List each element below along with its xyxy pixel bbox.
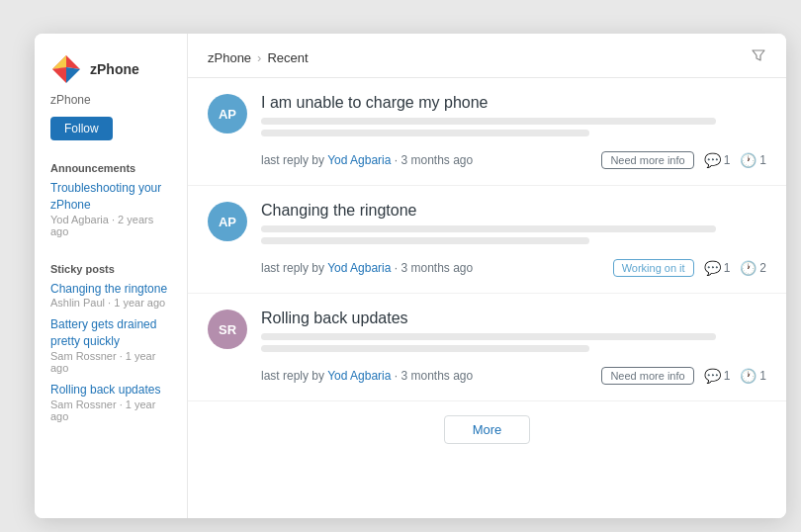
comment-icon-0: 💬 <box>704 152 721 168</box>
sidebar-sub-name: zPhone <box>50 93 171 107</box>
posts-list: AP I am unable to charge my phone last r… <box>188 78 786 518</box>
post-line-short-1 <box>261 237 589 244</box>
main-header: zPhone › Recent <box>188 34 786 78</box>
announcement-meta-0: Yod Agbaria · 2 years ago <box>50 214 171 237</box>
more-button[interactable]: More <box>444 415 531 444</box>
app-container: zPhone zPhone Follow Announcements Troub… <box>35 34 786 518</box>
post-footer-right-2: Need more info 💬 1 🕐 1 <box>601 367 766 385</box>
post-views-1: 🕐 2 <box>740 260 766 276</box>
avatar: AP <box>208 202 247 241</box>
avatar: SR <box>208 310 247 349</box>
post-header-1: AP Changing the ringtone <box>208 202 766 249</box>
post-line-short-0 <box>261 130 589 136</box>
status-badge-2: Need more info <box>601 367 693 385</box>
post-footer-0: last reply by Yod Agbaria · 3 months ago… <box>208 151 766 169</box>
comment-icon-1: 💬 <box>704 260 721 276</box>
more-area: More <box>188 401 786 458</box>
table-row: AP Changing the ringtone last reply by Y… <box>188 186 786 294</box>
post-author-link-1[interactable]: Yod Agbaria <box>327 261 391 275</box>
main-content: zPhone › Recent AP I am unable to charge… <box>188 34 786 518</box>
post-header-0: AP I am unable to charge my phone <box>208 94 766 141</box>
post-line-long-2 <box>261 333 716 340</box>
sticky-link-2[interactable]: Rolling back updates <box>50 382 171 399</box>
status-badge-0: Need more info <box>601 151 693 169</box>
announcement-link-0[interactable]: Troubleshooting your zPhone <box>50 180 171 214</box>
sticky-link-0[interactable]: Changing the ringtone <box>50 281 171 298</box>
sticky-title: Sticky posts <box>50 263 171 275</box>
svg-marker-3 <box>52 67 66 83</box>
post-title-1[interactable]: Changing the ringtone <box>261 202 766 220</box>
post-meta-1: last reply by Yod Agbaria · 3 months ago <box>261 261 473 275</box>
sticky-meta-1: Sam Rossner · 1 year ago <box>50 350 171 374</box>
post-header-2: SR Rolling back updates <box>208 310 766 357</box>
follow-button[interactable]: Follow <box>50 117 113 140</box>
post-title-0[interactable]: I am unable to charge my phone <box>261 94 766 112</box>
post-footer-2: last reply by Yod Agbaria · 3 months ago… <box>208 367 766 385</box>
views-icon-0: 🕐 <box>740 152 756 168</box>
breadcrumb-current: Recent <box>267 50 308 65</box>
post-body-1: Changing the ringtone <box>261 202 766 249</box>
announcements-section: Announcements Troubleshooting your zPhon… <box>50 158 171 245</box>
announcements-title: Announcements <box>50 162 171 174</box>
post-meta-0: last reply by Yod Agbaria · 3 months ago <box>261 153 473 167</box>
filter-icon[interactable] <box>751 47 766 67</box>
post-comments-1: 💬 1 <box>704 260 731 276</box>
post-comments-0: 💬 1 <box>704 152 731 168</box>
sticky-link-1[interactable]: Battery gets drained pretty quickly <box>50 316 171 350</box>
sticky-meta-0: Ashlin Paul · 1 year ago <box>50 297 171 309</box>
comment-icon-2: 💬 <box>704 368 721 384</box>
breadcrumb: zPhone › Recent <box>208 50 309 65</box>
post-body-0: I am unable to charge my phone <box>261 94 766 141</box>
views-icon-1: 🕐 <box>740 260 756 276</box>
breadcrumb-separator: › <box>257 50 261 65</box>
sticky-meta-2: Sam Rossner · 1 year ago <box>50 399 171 422</box>
post-line-short-2 <box>261 345 589 352</box>
svg-marker-1 <box>52 55 66 69</box>
app-name: zPhone <box>90 61 139 77</box>
post-views-2: 🕐 1 <box>740 368 766 384</box>
table-row: SR Rolling back updates last reply by Yo… <box>188 294 786 401</box>
post-views-0: 🕐 1 <box>740 152 766 168</box>
post-meta-2: last reply by Yod Agbaria · 3 months ago <box>261 369 473 383</box>
post-body-2: Rolling back updates <box>261 310 766 357</box>
post-footer-right-0: Need more info 💬 1 🕐 1 <box>601 151 766 169</box>
post-author-link-0[interactable]: Yod Agbaria <box>327 153 391 167</box>
table-row: AP I am unable to charge my phone last r… <box>188 78 786 186</box>
post-title-2[interactable]: Rolling back updates <box>261 310 766 327</box>
status-badge-1: Working on it <box>613 259 694 277</box>
post-line-long-1 <box>261 225 716 232</box>
post-footer-right-1: Working on it 💬 1 🕐 2 <box>613 259 766 277</box>
post-comments-2: 💬 1 <box>704 368 731 384</box>
breadcrumb-root: zPhone <box>208 50 251 65</box>
app-logo-icon <box>50 53 82 85</box>
post-line-long-0 <box>261 118 716 125</box>
sidebar-logo-area: zPhone <box>50 53 171 85</box>
post-author-link-2[interactable]: Yod Agbaria <box>327 369 391 383</box>
svg-marker-2 <box>66 67 80 83</box>
avatar: AP <box>208 94 247 133</box>
views-icon-2: 🕐 <box>740 368 756 384</box>
post-footer-1: last reply by Yod Agbaria · 3 months ago… <box>208 259 766 277</box>
sticky-section: Sticky posts Changing the ringtone Ashli… <box>50 259 171 430</box>
sidebar: zPhone zPhone Follow Announcements Troub… <box>35 34 188 518</box>
